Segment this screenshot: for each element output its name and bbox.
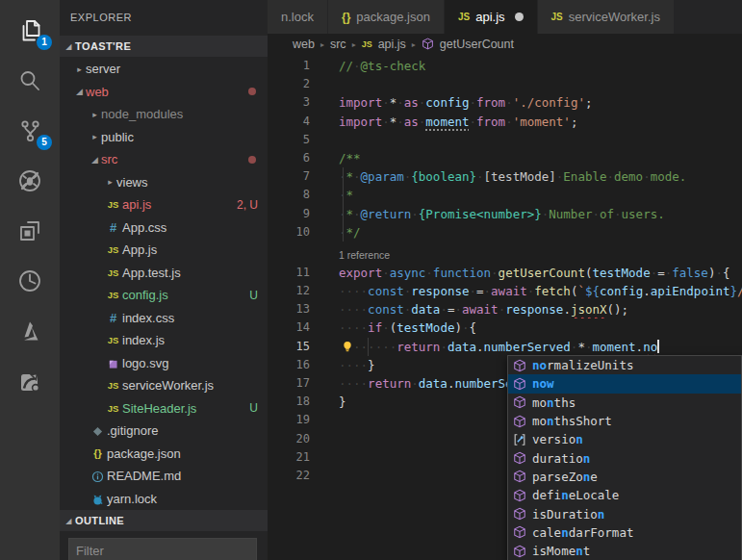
tree-item-SiteHeader.js[interactable]: JSSiteHeader.jsU	[60, 397, 268, 420]
tree-item-api.js[interactable]: JSapi.js2, U	[60, 193, 268, 216]
breadcrumb-item[interactable]: web	[293, 38, 315, 51]
suggest-item-isMoment[interactable]: isMoment	[508, 542, 741, 560]
activity-source-control[interactable]: 5	[0, 106, 60, 156]
activity-history[interactable]	[0, 256, 60, 306]
glyph-margin	[310, 393, 339, 411]
line-number: 16	[268, 356, 310, 374]
suggest-item-months[interactable]: months	[508, 394, 741, 412]
code-content: ····const·data·=·await·response.jsonX();	[339, 300, 742, 318]
tab-n.lock[interactable]: n.lock	[268, 0, 327, 34]
line-number: 12	[268, 282, 310, 300]
tree-item-server[interactable]: ▸server	[60, 58, 268, 81]
line-number: 20	[268, 430, 310, 448]
code-content	[339, 75, 742, 93]
code-line: 12····const·response·=·await·fetch(`${co…	[268, 282, 742, 300]
tree-item-web[interactable]: ◢web	[60, 81, 268, 104]
tree-item-logo.svg[interactable]: logo.svg	[60, 352, 268, 375]
codelens-references[interactable]: 1 reference	[268, 242, 742, 264]
activity-debug[interactable]	[0, 156, 60, 206]
tab-serviceWorker.js[interactable]: JSserviceWorker.js	[538, 0, 674, 34]
code-line: 14····if·(testMode)·{	[268, 318, 742, 337]
file-label: App.test.js	[122, 266, 181, 280]
tree-item-config.js[interactable]: JSconfig.jsU	[60, 284, 268, 307]
suggest-item-parseZone[interactable]: parseZone	[508, 468, 741, 486]
activity-search[interactable]	[0, 56, 60, 106]
suggest-item-isDuration[interactable]: isDuration	[508, 504, 741, 522]
outline-section-header[interactable]: ◢ OUTLINE	[60, 510, 268, 531]
tree-item-App.js[interactable]: JSApp.js	[60, 239, 268, 262]
suggest-item-calendarFormat[interactable]: calendarFormat	[508, 523, 741, 542]
symbol-method-icon	[512, 415, 527, 428]
line-number: 14	[268, 318, 310, 337]
file-tree: ▸server◢web▸node_modules▸public◢src▸view…	[60, 57, 268, 510]
indent-guide-line	[368, 338, 369, 356]
tree-item-yarn.lock[interactable]: yarn.lock	[60, 488, 268, 511]
sidebar-title: EXPLORER	[60, 0, 268, 36]
line-number: 8	[268, 186, 310, 204]
glyph-margin	[310, 448, 339, 467]
tab-package.json[interactable]: {}package.json	[328, 0, 444, 34]
tree-item-serviceWorker.js[interactable]: JSserviceWorker.js	[60, 374, 268, 397]
tree-item-App.css[interactable]: #App.css	[60, 216, 268, 240]
tree-item-src[interactable]: ◢src	[60, 148, 268, 171]
file-label: index.js	[122, 333, 165, 347]
suggest-label: isDuration	[532, 507, 604, 522]
suggest-item-monthsShort[interactable]: monthsShort	[508, 412, 741, 430]
info-file-icon	[89, 469, 107, 483]
outline-filter-input[interactable]	[68, 538, 257, 560]
suggest-label: months	[532, 395, 576, 410]
tree-item-index.js[interactable]: JSindex.js	[60, 329, 268, 352]
activity-extensions[interactable]	[0, 206, 60, 256]
tab-bar: n.lock{}package.jsonJSapi.jsJSserviceWor…	[268, 0, 742, 34]
file-label: .gitignore	[107, 423, 158, 438]
suggest-item-version[interactable]: version	[508, 430, 741, 448]
tab-label: serviceWorker.js	[569, 10, 660, 24]
tree-item-.gitignore[interactable]: .gitignore	[60, 420, 268, 443]
activity-azure[interactable]	[0, 306, 60, 356]
breadcrumb-item[interactable]: getUserCount	[440, 38, 514, 51]
file-label: api.js	[122, 197, 151, 212]
glyph-margin	[310, 131, 339, 149]
suggest-item-now[interactable]: now	[508, 374, 741, 393]
suggest-item-duration[interactable]: duration	[508, 448, 741, 467]
tree-item-index.css[interactable]: #index.css	[60, 307, 268, 330]
vscode-window: 15 EXPLORER ◢ TOAST'RE ▸server◢web▸node_…	[0, 0, 742, 560]
suggest-item-defineLocale[interactable]: defineLocale	[508, 486, 741, 504]
code-line: 10·*/	[268, 223, 742, 242]
file-label: public	[101, 130, 134, 144]
activity-badge: 5	[37, 135, 52, 150]
tree-item-views[interactable]: ▸views	[60, 171, 268, 194]
suggest-item-normalizeUnits[interactable]: normalizeUnits	[508, 356, 741, 374]
breadcrumb-item[interactable]: src	[330, 38, 346, 51]
tree-item-README.md[interactable]: README.md	[60, 465, 268, 488]
js-file-icon: JS	[104, 267, 122, 278]
chevron-collapsed-icon: ▸	[89, 110, 101, 119]
project-section-header[interactable]: ◢ TOAST'RE	[60, 36, 268, 57]
tab-api.js[interactable]: JSapi.js	[445, 0, 537, 34]
chevron-right-icon: ▸	[352, 40, 356, 49]
git-status-badge: U	[249, 289, 258, 302]
tab-label: package.json	[356, 10, 430, 24]
json-file-icon: {}	[342, 11, 350, 24]
indent-guide-line	[343, 223, 344, 242]
breadcrumb-item[interactable]: api.js	[378, 38, 406, 51]
chevron-collapsed-icon: ▸	[73, 64, 86, 74]
tree-item-App.test.js[interactable]: JSApp.test.js	[60, 262, 268, 285]
tab-label: n.lock	[281, 10, 314, 24]
code-line: 8·*	[268, 186, 742, 204]
lightbulb-icon[interactable]	[341, 340, 355, 354]
unsaved-dot-icon	[515, 13, 524, 21]
line-number: 10	[268, 223, 310, 242]
json-file-icon: {}	[89, 447, 107, 459]
tree-item-package.json[interactable]: {}package.json	[60, 443, 268, 466]
chevron-right-icon: ▸	[320, 40, 324, 49]
tree-item-public[interactable]: ▸public	[60, 126, 268, 149]
glyph-margin	[310, 374, 339, 393]
line-number: 11	[268, 264, 310, 282]
symbol-property-icon	[512, 433, 527, 446]
activity-deploy[interactable]	[0, 356, 60, 406]
symbol-method-icon	[512, 395, 527, 409]
glyph-margin	[310, 75, 339, 93]
activity-explorer[interactable]: 1	[0, 6, 60, 56]
tree-item-node_modules[interactable]: ▸node_modules	[60, 103, 268, 126]
